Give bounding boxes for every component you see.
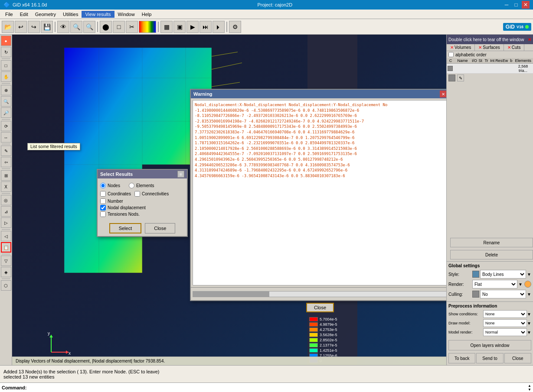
toolbar-anim2[interactable]: ⏭ xyxy=(199,21,212,33)
open-layers-button[interactable]: Open layers window xyxy=(448,340,531,350)
draw-model-select[interactable]: None xyxy=(483,319,527,327)
minimize-btn[interactable]: ─ xyxy=(503,1,510,9)
tool-11[interactable]: X xyxy=(1,181,11,192)
tab-surfaces[interactable]: ✕ Surfaces xyxy=(475,44,504,51)
tool-14[interactable]: ▷ xyxy=(1,217,11,228)
left-toolbar: ● ↻ □ ✋ ⊕ 🔍 🔎 ⟳ ↔ ✎ ⇦ ⊞ X ◎ ⊿ ▷ ◁ 📋 ▽ ◈ … xyxy=(0,35,12,365)
toolbar-redo[interactable]: ↪ xyxy=(28,21,40,33)
main-area: ● ↻ □ ✋ ⊕ 🔍 🔎 ⟳ ↔ ✎ ⇦ ⊞ X ◎ ⊿ ▷ ◁ 📋 ▽ ◈ … xyxy=(0,35,533,365)
tool-6[interactable]: ⟳ xyxy=(1,121,11,131)
tool-select[interactable]: ● xyxy=(1,36,11,46)
toolbar-play[interactable]: ⏵ xyxy=(213,21,225,33)
style-select[interactable]: Body Lines xyxy=(480,270,526,279)
rename-btn[interactable]: Rename xyxy=(450,238,533,247)
toolbar-anim[interactable]: ▶ xyxy=(186,21,199,33)
command-input[interactable] xyxy=(29,385,526,390)
toolbar-undo[interactable]: ↩ xyxy=(15,21,27,33)
legend-item-2: 4.9879e-5 xyxy=(309,322,356,327)
tool-rotate[interactable]: ↻ xyxy=(1,47,11,57)
toolbar-view3[interactable]: 🔍 xyxy=(83,21,95,33)
tool-10[interactable]: ⊞ xyxy=(1,170,11,181)
render-light-icon[interactable] xyxy=(524,281,531,288)
tool-12[interactable]: ◎ xyxy=(1,195,11,205)
close-panel-btn[interactable]: Close xyxy=(504,353,531,363)
down-arrow[interactable]: ▼ xyxy=(528,388,531,392)
layer-pen-btn[interactable]: ✎ xyxy=(457,75,464,81)
tab-volumes[interactable]: ✕ Volumes xyxy=(447,44,475,51)
menu-geometry[interactable]: Geometry xyxy=(32,11,59,18)
left-sep-7 xyxy=(2,229,10,230)
col-int: Int xyxy=(489,58,495,63)
col-st: St xyxy=(477,58,484,63)
draw-model-dropdown[interactable]: ▼ xyxy=(527,321,531,326)
send-to-btn[interactable]: Send to xyxy=(476,353,503,363)
scroll-track[interactable] xyxy=(193,291,446,297)
show-conditions-dropdown[interactable]: ▼ xyxy=(527,312,531,317)
style-dropdown[interactable]: ▼ xyxy=(527,272,531,277)
warning-title-text: Warning xyxy=(193,91,213,97)
toolbar-open[interactable]: 📂 xyxy=(2,21,14,33)
toolbar-settings[interactable]: ⚙ xyxy=(229,21,241,33)
tool-13[interactable]: ⊿ xyxy=(1,206,11,217)
tool-16[interactable]: ▽ xyxy=(1,256,11,266)
scroll-thumb xyxy=(193,292,269,297)
gid-icon: 🔷 xyxy=(3,2,10,8)
table-row[interactable]: 2,568 tria... xyxy=(447,64,533,74)
tab-volumes-close[interactable]: ✕ xyxy=(450,45,454,50)
to-back-btn[interactable]: To back xyxy=(448,353,475,363)
delete-btn[interactable]: Delete xyxy=(450,250,533,259)
tool-18[interactable]: ⬡ xyxy=(1,280,11,291)
tool-9[interactable]: ⇦ xyxy=(1,157,11,167)
toolbar-cut[interactable]: ✂ xyxy=(126,21,138,33)
legend-item-4: 3.5628e-5 xyxy=(309,333,356,337)
layers-close-btn[interactable]: ✕ xyxy=(528,37,531,42)
tool-15[interactable]: ◁ xyxy=(1,231,11,241)
tool-2[interactable]: ✋ xyxy=(1,71,11,82)
menu-file[interactable]: File xyxy=(2,11,16,18)
toolbar-box[interactable]: □ xyxy=(113,21,125,33)
model-render-dropdown[interactable]: ▼ xyxy=(527,330,531,335)
model-render-select[interactable]: Normal xyxy=(483,328,527,336)
render-select[interactable]: Flat xyxy=(472,280,517,288)
warning-close-btn[interactable]: ✕ xyxy=(440,91,446,97)
menu-help[interactable]: Help xyxy=(138,11,155,18)
col-res: Res xyxy=(495,58,502,63)
warning-text[interactable]: Nodal_displacement:X-Nodal_displacement … xyxy=(193,100,446,285)
close-btn[interactable]: ✕ xyxy=(522,1,530,9)
toolbar-sphere[interactable]: ⬤ xyxy=(100,21,112,33)
maximize-btn[interactable]: □ xyxy=(512,1,520,9)
alphabetic-checkbox[interactable] xyxy=(448,52,454,57)
menu-view-results[interactable]: View results xyxy=(82,11,114,18)
tab-surfaces-close[interactable]: ✕ xyxy=(478,45,482,50)
tool-5[interactable]: 🔎 xyxy=(1,107,11,118)
tool-3[interactable]: ⊕ xyxy=(1,85,11,95)
tool-results[interactable]: 📋 xyxy=(1,242,11,253)
toolbar-save[interactable]: 💾 xyxy=(41,21,53,33)
menu-window[interactable]: Window xyxy=(114,11,138,18)
tool-17[interactable]: ◈ xyxy=(1,267,11,277)
tab-cuts-close[interactable]: ✕ xyxy=(507,45,511,50)
tool-1[interactable]: □ xyxy=(1,60,11,71)
layer-color-btn[interactable] xyxy=(448,75,455,81)
warning-close-button[interactable]: Close xyxy=(306,303,334,312)
tool-8[interactable]: ✎ xyxy=(1,146,11,156)
legend-item-6: 2.1377e-5 xyxy=(309,343,356,347)
toolbar-view2[interactable]: 🔍 xyxy=(70,21,82,33)
toolbar-frame2[interactable]: ▣ xyxy=(173,21,186,33)
show-conditions-select[interactable]: None xyxy=(483,310,527,318)
culling-select[interactable]: No xyxy=(480,290,526,298)
col-elements: Elements xyxy=(514,58,532,63)
menu-utilities[interactable]: Utilities xyxy=(59,11,82,18)
toolbar-color[interactable] xyxy=(139,21,156,33)
up-arrow[interactable]: ▲ xyxy=(528,384,531,388)
culling-dropdown[interactable]: ▼ xyxy=(527,292,531,297)
menu-edit[interactable]: Edit xyxy=(16,11,32,18)
icon-row: ✎ xyxy=(447,74,533,82)
tool-7[interactable]: ↔ xyxy=(1,132,11,143)
toolbar-view[interactable]: 👁 xyxy=(57,21,69,33)
layers-header: Double click here to tear off the window… xyxy=(447,35,533,44)
tab-cuts[interactable]: ✕ Cuts xyxy=(504,44,525,51)
toolbar-frame[interactable]: ▦ xyxy=(160,21,173,33)
render-dropdown[interactable]: ▼ xyxy=(518,282,523,287)
tool-4[interactable]: 🔍 xyxy=(1,96,11,107)
